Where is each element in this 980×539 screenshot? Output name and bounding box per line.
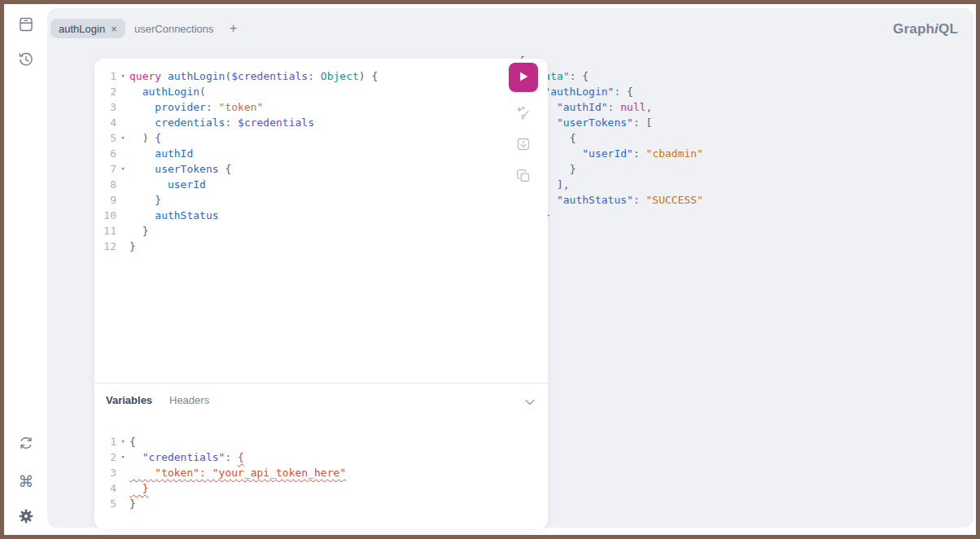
execute-query-button[interactable] bbox=[509, 63, 538, 92]
merge-icon bbox=[514, 135, 532, 156]
line-number: 4 bbox=[101, 480, 116, 496]
line-number: 1 bbox=[101, 68, 116, 84]
code-line: 2 authLogin( bbox=[101, 84, 378, 99]
token bbox=[129, 116, 155, 129]
chevron-down-icon bbox=[525, 396, 535, 408]
token bbox=[161, 70, 168, 82]
tab-headers[interactable]: Headers bbox=[169, 394, 209, 406]
token: { bbox=[225, 163, 231, 175]
tab-label: authLogin bbox=[59, 23, 105, 35]
line-number: 10 bbox=[101, 208, 116, 223]
fold-spacer bbox=[116, 115, 129, 130]
token bbox=[129, 101, 155, 113]
token: { bbox=[570, 132, 576, 144]
code-text: query authLogin($credentials: Object) { bbox=[129, 68, 378, 84]
close-tab-icon[interactable]: × bbox=[111, 24, 117, 34]
token: : bbox=[633, 147, 640, 160]
tab-userconnections[interactable]: userConnections bbox=[128, 19, 221, 38]
line-number: 12 bbox=[101, 239, 116, 254]
code-line: 2▾ "credentials": { bbox=[101, 449, 346, 465]
query-editor[interactable]: 1▾query authLogin($credentials: Object) … bbox=[101, 68, 378, 254]
copy-icon bbox=[514, 167, 532, 187]
code-line: 4 } bbox=[101, 480, 346, 496]
code-line: 1▾{ bbox=[101, 434, 346, 449]
keyboard-shortcuts-button[interactable]: ⌘ bbox=[17, 472, 35, 490]
code-line: 1▾query authLogin($credentials: Object) … bbox=[101, 68, 378, 84]
token: } bbox=[129, 497, 136, 510]
variables-editor[interactable]: 1▾{2▾ "credentials": {3 "token": "your_a… bbox=[101, 434, 346, 511]
token: "authLogin" bbox=[544, 85, 614, 98]
token: "token" bbox=[219, 101, 264, 113]
fold-arrow-icon[interactable]: ▾ bbox=[116, 68, 129, 84]
code-text: } bbox=[129, 496, 136, 511]
refetch-schema-button[interactable] bbox=[17, 436, 35, 454]
merge-fragments-button[interactable] bbox=[512, 134, 535, 156]
token bbox=[129, 194, 155, 206]
fold-arrow-icon[interactable]: ▾ bbox=[116, 434, 129, 449]
editor-divider bbox=[94, 383, 548, 383]
code-line: 5▾ ) { bbox=[101, 130, 378, 146]
settings-button[interactable] bbox=[17, 509, 35, 527]
code-line: 5} bbox=[101, 496, 346, 511]
fold-arrow-icon[interactable]: ▾ bbox=[116, 130, 129, 146]
token: authStatus bbox=[155, 209, 218, 221]
token bbox=[212, 101, 219, 113]
editors-card: 1▾query authLogin($credentials: Object) … bbox=[94, 59, 548, 529]
token: : bbox=[633, 116, 640, 129]
fold-spacer bbox=[116, 177, 129, 192]
token: authLogin bbox=[142, 85, 199, 98]
token: query bbox=[129, 70, 161, 82]
graphiql-app: ⌘ bbox=[0, 0, 980, 539]
code-text: authId bbox=[129, 146, 193, 161]
add-tab-button[interactable]: + bbox=[223, 19, 243, 38]
code-text: userTokens { bbox=[129, 161, 231, 177]
gear-icon bbox=[17, 507, 35, 528]
token: provider bbox=[155, 101, 206, 113]
code-text: } bbox=[129, 480, 148, 496]
logo-ql: QL bbox=[938, 21, 958, 37]
code-text: "credentials": { bbox=[129, 449, 244, 465]
collapse-editor-button[interactable] bbox=[523, 395, 536, 408]
copy-query-button[interactable] bbox=[512, 165, 535, 188]
line-number: 4 bbox=[101, 115, 116, 130]
line-number: 2 bbox=[101, 449, 116, 465]
token: { bbox=[238, 451, 244, 463]
token: "userId" bbox=[582, 147, 633, 160]
code-text: ) { bbox=[129, 130, 161, 146]
history-button[interactable] bbox=[17, 52, 35, 70]
token: ], bbox=[557, 178, 570, 191]
token: credentials bbox=[155, 116, 225, 129]
tab-variables[interactable]: Variables bbox=[106, 394, 152, 406]
token: ) { bbox=[142, 132, 161, 144]
token bbox=[129, 163, 155, 175]
line-number: 5 bbox=[101, 130, 116, 146]
token: $credentials bbox=[231, 70, 308, 82]
token: "SUCCESS" bbox=[646, 194, 703, 206]
token: ) { bbox=[359, 70, 378, 82]
token: userId bbox=[168, 178, 206, 191]
prettify-button[interactable] bbox=[512, 103, 535, 125]
token: : bbox=[633, 194, 640, 206]
token: $credentials bbox=[238, 116, 314, 129]
token bbox=[129, 451, 142, 463]
code-text: userId bbox=[129, 177, 206, 192]
token: } bbox=[129, 240, 136, 252]
fold-arrow-icon[interactable]: ▾ bbox=[116, 449, 129, 465]
token: "authId" bbox=[557, 101, 608, 113]
token: } bbox=[570, 163, 576, 175]
token: } bbox=[142, 225, 149, 237]
code-line: 11 } bbox=[101, 223, 378, 239]
token: Object bbox=[321, 70, 359, 82]
tab-authlogin[interactable]: authLogin × bbox=[50, 19, 125, 38]
token bbox=[129, 178, 168, 191]
token bbox=[640, 116, 646, 129]
token: { bbox=[627, 85, 633, 98]
docs-explorer-button[interactable] bbox=[17, 17, 35, 35]
line-number: 3 bbox=[101, 99, 116, 115]
logo-graph: Graph bbox=[893, 21, 934, 37]
graphiql-logo: GraphiQL bbox=[893, 21, 958, 37]
code-line: 7▾ userTokens { bbox=[101, 161, 378, 177]
docs-icon bbox=[17, 15, 35, 37]
fold-arrow-icon[interactable]: ▾ bbox=[116, 161, 129, 177]
token: } bbox=[155, 194, 161, 206]
